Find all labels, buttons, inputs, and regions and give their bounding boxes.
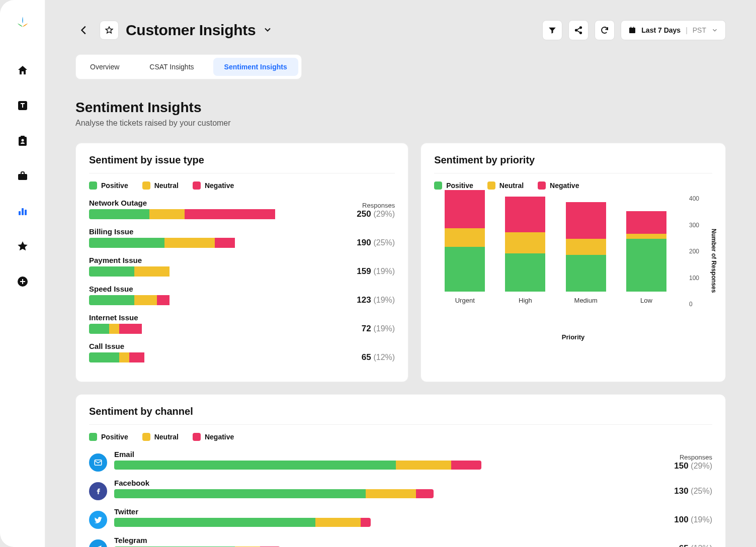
sentiment-by-issue-card: Sentiment by issue type Positive Neutral… xyxy=(75,143,408,382)
legend-negative: Negative xyxy=(193,433,234,441)
facebook-icon xyxy=(89,482,107,500)
priority-bar-column: Medium xyxy=(560,202,612,305)
issue-label: Speed Issue xyxy=(89,285,334,293)
card-title-priority: Sentiment by priority xyxy=(434,154,712,173)
priority-label: Medium xyxy=(574,297,598,304)
sentiment-by-channel-card: Sentiment by channel Positive Neutral Ne… xyxy=(75,394,726,547)
legend-negative: Negative xyxy=(538,181,579,190)
channel-row: Twitter 100 (19%) xyxy=(89,507,712,532)
section-title: Sentiment Insights xyxy=(75,100,726,116)
sentiment-bar xyxy=(89,266,280,277)
nav-home-icon[interactable] xyxy=(16,63,30,77)
date-range-label: Last 7 Days xyxy=(641,26,681,34)
issue-value: 159 (19%) xyxy=(357,266,395,276)
channel-label: Twitter xyxy=(114,507,645,516)
date-range-button[interactable]: Last 7 Days | PST xyxy=(621,20,726,40)
channel-row: Telegram 65 (12%) xyxy=(89,536,712,547)
legend-positive: Positive xyxy=(89,181,128,190)
priority-chart: Urgent High Medium Low 4003002001000 Num… xyxy=(434,199,712,329)
priority-label: Urgent xyxy=(455,297,475,304)
priority-bar-column: Low xyxy=(621,211,672,304)
title-dropdown[interactable] xyxy=(263,25,274,36)
issue-row: Call Issue 65 (12%) xyxy=(89,342,395,368)
telegram-icon xyxy=(89,539,107,548)
x-axis-label: Priority xyxy=(434,333,712,341)
svg-rect-14 xyxy=(631,27,631,28)
svg-rect-5 xyxy=(19,211,21,215)
main-content: Customer Insights Last 7 Days xyxy=(45,0,756,547)
svg-point-3 xyxy=(21,139,24,142)
svg-rect-4 xyxy=(18,174,27,180)
issue-value: 250 (29%) xyxy=(357,209,395,219)
page-title: Customer Insights xyxy=(126,22,256,39)
issue-label: Internet Issue xyxy=(89,313,334,322)
sentiment-bar xyxy=(89,238,280,248)
tab-sentiment-insights[interactable]: Sentiment Insights xyxy=(213,58,298,76)
nav-briefcase-icon[interactable] xyxy=(16,169,30,183)
filter-button[interactable] xyxy=(542,20,562,40)
sentiment-bar xyxy=(114,518,371,527)
legend-row: Positive Neutral Negative xyxy=(89,181,395,190)
priority-bar xyxy=(626,211,666,292)
back-button[interactable] xyxy=(75,22,93,39)
channel-value: 65 (12%) xyxy=(652,543,712,548)
svg-rect-15 xyxy=(633,27,634,28)
priority-bar-column: Urgent xyxy=(439,190,490,304)
timezone-label: PST xyxy=(693,26,706,34)
nav-contact-icon[interactable] xyxy=(16,134,30,148)
sidebar xyxy=(0,0,45,547)
tabs: OverviewCSAT InsightsSentiment Insights xyxy=(75,54,302,79)
nav-star-icon[interactable] xyxy=(16,239,30,253)
channel-row: Facebook 130 (25%) xyxy=(89,479,712,503)
sentiment-bar xyxy=(114,489,434,498)
share-button[interactable] xyxy=(568,20,589,40)
nav-icons xyxy=(16,63,30,289)
channel-label: Telegram xyxy=(114,536,645,544)
issue-row: Speed Issue 123 (19%) xyxy=(89,285,395,310)
legend-row-priority: Positive Neutral Negative xyxy=(434,181,712,190)
app-frame: Customer Insights Last 7 Days xyxy=(0,0,756,547)
issue-value: 123 (19%) xyxy=(357,295,395,305)
priority-bar-column: High xyxy=(499,197,551,304)
channel-label: Email xyxy=(114,450,645,459)
legend-neutral: Neutral xyxy=(142,433,179,441)
issue-value: 72 (19%) xyxy=(362,324,395,333)
priority-bar xyxy=(566,202,606,292)
channel-value: 130 (25%) xyxy=(652,486,712,496)
refresh-button[interactable] xyxy=(595,20,615,40)
nav-text-icon[interactable] xyxy=(16,99,30,113)
svg-rect-13 xyxy=(629,28,635,29)
nav-add-icon[interactable] xyxy=(16,275,30,289)
legend-neutral: Neutral xyxy=(487,181,524,190)
channel-label: Facebook xyxy=(114,479,645,487)
app-logo[interactable] xyxy=(14,14,31,33)
svg-rect-6 xyxy=(22,208,24,215)
tab-overview[interactable]: Overview xyxy=(79,58,130,76)
sentiment-by-priority-card: Sentiment by priority Positive Neutral N… xyxy=(421,143,726,382)
legend-negative: Negative xyxy=(193,181,234,190)
sentiment-bar xyxy=(89,352,280,362)
card-title-channel: Sentiment by channel xyxy=(89,406,712,425)
responses-header: Responses xyxy=(652,453,712,461)
legend-positive: Positive xyxy=(434,181,473,190)
channel-value: 150 (29%) xyxy=(652,461,712,471)
svg-rect-7 xyxy=(25,210,27,215)
email-icon xyxy=(89,453,107,472)
issue-label: Billing Issue xyxy=(89,227,334,236)
svg-rect-2 xyxy=(21,136,25,137)
tab-csat-insights[interactable]: CSAT Insights xyxy=(138,58,205,76)
nav-analytics-icon[interactable] xyxy=(16,204,30,218)
favorite-button[interactable] xyxy=(100,21,119,40)
priority-bar xyxy=(445,190,485,292)
responses-header: Responses xyxy=(334,202,395,209)
priority-label: Low xyxy=(640,297,652,304)
issue-value: 65 (12%) xyxy=(362,352,395,362)
card-title-issue: Sentiment by issue type xyxy=(89,154,395,173)
sentiment-bar xyxy=(114,461,481,470)
sentiment-bar xyxy=(89,209,280,219)
issue-value: 190 (25%) xyxy=(357,238,395,247)
legend-neutral: Neutral xyxy=(142,181,179,190)
priority-bar xyxy=(505,197,545,292)
twitter-icon xyxy=(89,511,107,529)
section-subtitle: Analyse the tickets raised by your custo… xyxy=(75,119,726,128)
